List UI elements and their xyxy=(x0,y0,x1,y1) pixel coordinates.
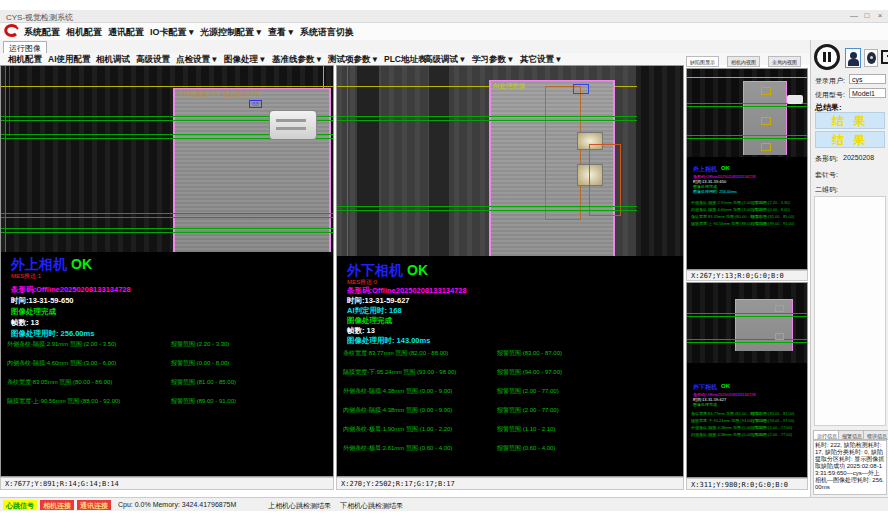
menu-comm-config[interactable]: 通讯配置 xyxy=(108,26,144,39)
menu-language-switch[interactable]: 系统语言切换 xyxy=(300,26,354,39)
log-panel[interactable]: 耗时: 222, 缺陷检测耗时: 17, 缺陷分类耗时: 0, 缺陷提取分区耗时… xyxy=(813,440,887,495)
login-user-button[interactable] xyxy=(845,48,861,68)
pixel-coords-lower: X:270;Y:2502;R:17;G:17;B:17 xyxy=(336,477,684,490)
model-label: 使用型号: xyxy=(815,90,845,100)
log-tab-row: 运行信息 报警信息 错误信息 xyxy=(813,430,888,440)
menu-io-config[interactable]: IO卡配置 ▾ xyxy=(150,26,194,39)
thumb-ok-label: OK xyxy=(721,383,730,389)
thumb-row: 报警范围:(2.00 - 77.00) xyxy=(751,425,792,430)
thumbnail-image xyxy=(687,283,808,363)
tab-error-info[interactable]: 错误信息 xyxy=(863,430,888,440)
result-ok-label: OK xyxy=(407,262,428,278)
thumb-camera-title: 外下相机 xyxy=(693,383,717,392)
thumb-row: 报警范围:(81.00 - 85.00) xyxy=(751,214,794,219)
tab-global-view[interactable]: 全局内视图 xyxy=(768,56,801,67)
camera-image-lower: AI处理图像 xyxy=(337,66,684,256)
cpu-memory-text: Cpu: 0.0% Memory: 3424.41796875M xyxy=(118,501,236,508)
alarm-range: 报警范围:(81.00 - 85.00) xyxy=(171,378,236,387)
close-button[interactable]: × xyxy=(874,11,886,21)
upper-heartbeat-link[interactable]: 上相机心跳检测结果 xyxy=(268,501,331,511)
tab-run-info[interactable]: 运行信息 xyxy=(813,430,841,440)
tab-alarm-info[interactable]: 报警信息 xyxy=(838,430,866,440)
thumb-row: 报警范围:(2.00 - 77.00) xyxy=(751,432,792,437)
defect-marker xyxy=(761,117,771,125)
login-user-value[interactable]: cys xyxy=(849,74,886,84)
alarm-range: 报警范围:(2.20 - 3.30) xyxy=(171,340,229,349)
pause-button[interactable] xyxy=(814,44,840,70)
alarm-range: 报警范围:(94.00 - 97.00) xyxy=(497,368,562,377)
measure-row: 内侧条纹-隔膜:4.60mm 范围:(3.00 - 6.00) xyxy=(7,359,116,368)
alarm-range: 报警范围:(1.10 - 2.10) xyxy=(497,425,555,434)
login-user-label: 登录用户: xyxy=(815,76,845,86)
roi-id-label: 88 xyxy=(249,100,262,108)
measure-row: 隔膜宽度-下:95.24mm 范围:(93.00 - 98.00) xyxy=(343,368,456,377)
duration-line: 图像处理用时: 143.00ms xyxy=(347,336,430,346)
heartbeat-status-badge: 心跳信号 xyxy=(3,500,37,510)
pixel-coords-upper: X:7677;Y:891;R:14;G:14;B:14 xyxy=(0,477,334,490)
model-select[interactable]: Model1 xyxy=(849,88,886,98)
thumbnail-view-upper[interactable]: 外上相机 OK 条形码:Offline20250208133134728 时间:… xyxy=(686,68,808,270)
measure-row: 内侧条纹-隔膜:4.38mm 范围:(0.00 - 9.00) xyxy=(343,406,452,415)
lower-heartbeat-link[interactable]: 下相机心跳检测结果 xyxy=(340,501,403,511)
window-title: CYS-视觉检测系统 xyxy=(6,12,73,23)
status-line: 图像处理完成 xyxy=(11,307,56,317)
comm-connect-badge: 通讯连接 xyxy=(77,500,111,510)
roi-rect-blue xyxy=(573,84,589,94)
qr-code-label: 二维码: xyxy=(815,185,838,195)
measure-row: 内侧条纹-极耳:1.90mm 范围:(1.00 - 2.20) xyxy=(343,425,452,434)
camera-view-upper[interactable]: 平均灰度值:93, 动态阈值:100 88 外上相机 OK MES推送:1 条形… xyxy=(0,65,334,477)
duration-line: 图像处理用时: 256.00ms xyxy=(11,329,94,339)
gripper-object xyxy=(787,95,803,104)
gripper-object xyxy=(269,110,317,140)
view-tab-row: 运行图像 xyxy=(0,40,888,54)
barcode-line: 条形码:Offline20250208133134728 xyxy=(347,286,467,296)
exit-button[interactable] xyxy=(880,49,888,67)
menu-system-config[interactable]: 系统配置 xyxy=(24,26,60,39)
result-ok-label: OK xyxy=(71,256,92,272)
alarm-range: 报警范围:(0.00 - 8.00) xyxy=(171,359,229,368)
minimize-button[interactable]: — xyxy=(848,11,860,21)
alarm-range: 报警范围:(0.60 - 4.00) xyxy=(497,444,555,453)
status-line: 图像处理完成 xyxy=(347,316,392,326)
measure-row: 外侧条纹-隔膜:2.91mm 范围:(2.00 - 3.50) xyxy=(7,340,116,349)
thumb-tab-row: 缺陷图显示 相机内视图 全局内视图 xyxy=(686,56,808,68)
tab-defect-view[interactable]: 缺陷图显示 xyxy=(686,56,719,67)
barcode-label: 条形码: xyxy=(815,154,838,164)
pixel-coords-thumb1: X:267;Y:13;R:0;G:0;B:0 xyxy=(686,270,808,281)
menu-camera-config[interactable]: 相机配置 xyxy=(66,26,102,39)
ai-time-line: AI判定用时: 168 xyxy=(347,306,402,316)
thumb-ok-label: OK xyxy=(721,165,730,171)
measure-row: 条纹宽度:83.05mm 范围:(80.00 - 86.00) xyxy=(7,378,112,387)
tab-camera-view[interactable]: 相机内视图 xyxy=(727,56,760,67)
menu-light-config[interactable]: 光源控制配置 ▾ xyxy=(200,26,261,39)
measure-row: 条纹宽度:83.77mm 范围:(82.00 - 88.00) xyxy=(343,349,448,358)
measure-row: 隔膜宽度-上:90.56mm 范围:(88.00 - 92.00) xyxy=(7,397,120,406)
thumb-row: 报警范围:(94.00 - 97.00) xyxy=(751,418,794,423)
thumb-row: 报警范围:(0.00 - 8.00) xyxy=(751,207,790,212)
title-bar: CYS-视觉检测系统 — □ × xyxy=(0,10,888,23)
maximize-button[interactable]: □ xyxy=(861,11,873,21)
thumb-duration: 图像处理用时: 256.00ms xyxy=(693,189,737,194)
alarm-range: 报警范围:(2.00 - 77.00) xyxy=(497,406,559,415)
thumbnail-view-lower[interactable]: 外下相机 OK 条形码:Offline20250208133134728 时间:… xyxy=(686,282,808,478)
mes-push-label: MES推送:1 xyxy=(11,272,41,281)
menu-bar: 系统配置 相机配置 通讯配置 IO卡配置 ▾ 光源控制配置 ▾ 查看 ▾ 系统语… xyxy=(0,23,888,40)
measure-row: 外侧条纹-极耳:2.61mm 范围:(0.60 - 4.00) xyxy=(343,444,452,453)
gray-threshold-label: 平均灰度值:93, 动态阈值:100 xyxy=(176,90,260,99)
status-bar: 心跳信号 相机连接 通讯连接 Cpu: 0.0% Memory: 3424.41… xyxy=(0,497,888,511)
app-window: CYS-视觉检测系统 — □ × 系统配置 相机配置 通讯配置 IO卡配置 ▾ … xyxy=(0,0,888,522)
lock-button[interactable] xyxy=(864,49,878,67)
time-line: 时间:13-31-59-627 xyxy=(347,296,410,306)
menu-view[interactable]: 查看 ▾ xyxy=(268,26,293,39)
sidebar: 登录用户: cys 使用型号: Model1 总结果: 结 果 结 果 条形码:… xyxy=(810,40,888,497)
alarm-range: 报警范围:(2.00 - 77.00) xyxy=(497,387,559,396)
thumb-camera-title: 外上相机 xyxy=(693,165,717,174)
defect-marker xyxy=(761,143,771,151)
frames-line: 帧数: 13 xyxy=(11,318,39,328)
roi-rect-orange xyxy=(545,86,581,220)
thumb-row: 报警范围:(89.00 - 91.00) xyxy=(751,221,794,226)
thumb-row: 报警范围:(83.00 - 87.00) xyxy=(751,411,794,416)
alarm-range: 报警范围:(83.00 - 87.00) xyxy=(497,349,562,358)
result-indicator-upper: 结 果 xyxy=(815,112,885,129)
camera-view-lower[interactable]: AI处理图像 外下相机 OK MES推送:0 条形码:Offline202502… xyxy=(336,65,684,477)
